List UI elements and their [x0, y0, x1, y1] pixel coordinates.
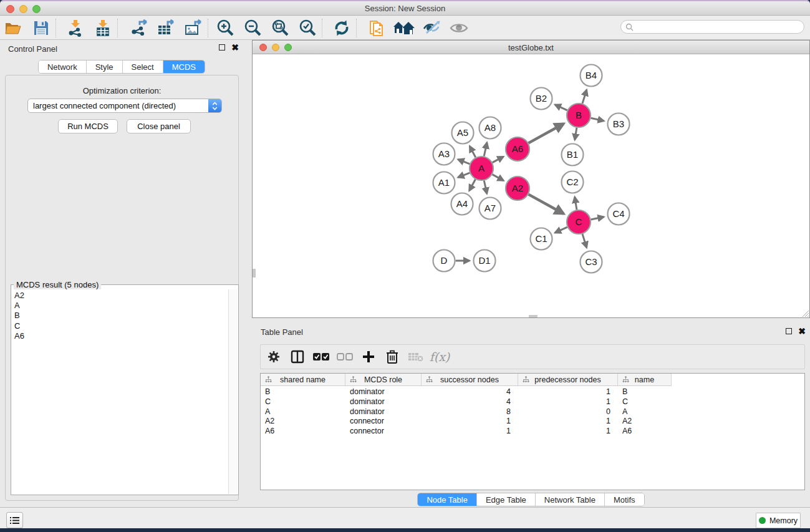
result-scrollbar[interactable]	[228, 289, 238, 494]
tab-node-table[interactable]: Node Table	[418, 493, 477, 506]
graph-node-A3[interactable]: A3	[433, 143, 455, 165]
graph-node-B[interactable]: B	[567, 104, 591, 127]
zoom-selected-button[interactable]	[294, 17, 321, 39]
memory-button[interactable]: Memory	[756, 513, 801, 528]
tab-network-table[interactable]: Network Table	[536, 493, 605, 506]
edge-C-C1[interactable]	[555, 227, 567, 233]
column-header-name[interactable]: name	[618, 374, 672, 386]
add-column-button[interactable]	[357, 346, 380, 367]
graph-node-A6[interactable]: A6	[506, 137, 529, 161]
edge-A-A4[interactable]	[470, 180, 476, 191]
export-network-button[interactable]	[125, 17, 152, 39]
window-titlebar[interactable]: Session: New Session	[0, 1, 810, 16]
settings-gear-button[interactable]	[262, 346, 286, 367]
edge-A2-C[interactable]	[529, 195, 564, 214]
graph-node-C3[interactable]: C3	[581, 251, 602, 273]
table-float-panel-icon[interactable]	[786, 328, 792, 334]
graph-node-A8[interactable]: A8	[480, 117, 501, 139]
graph-node-C[interactable]: C	[567, 210, 591, 234]
column-header-predecessor-nodes[interactable]: predecessor nodes	[518, 374, 618, 386]
zoom-fit-button[interactable]	[266, 17, 294, 39]
tab-select[interactable]: Select	[123, 60, 163, 73]
edge-B-B1[interactable]	[575, 128, 577, 140]
edge-A-A7[interactable]	[484, 181, 487, 194]
hide-details-button[interactable]	[418, 17, 445, 39]
select-all-button[interactable]	[309, 346, 333, 367]
criterion-dropdown[interactable]: largest connected component (directed)	[27, 99, 222, 113]
edge-C-C3[interactable]	[582, 234, 587, 248]
vertical-scroll-indicator[interactable]	[253, 269, 256, 278]
task-history-button[interactable]	[6, 512, 23, 528]
tab-motifs[interactable]: Motifs	[605, 493, 644, 506]
edge-B-B3[interactable]	[591, 118, 604, 121]
edge-A-A5[interactable]	[470, 146, 475, 157]
resize-grip-icon[interactable]	[801, 309, 809, 317]
export-table-button[interactable]	[152, 17, 180, 39]
edge-B-B4[interactable]	[582, 90, 587, 104]
column-header-MCDS-role[interactable]: MCDS role	[345, 374, 422, 386]
edge-C-C4[interactable]	[591, 217, 604, 220]
graph-node-D[interactable]: D	[433, 250, 455, 272]
graph-node-C1[interactable]: C1	[531, 228, 552, 250]
graph-node-D1[interactable]: D1	[474, 250, 496, 272]
tab-mcds[interactable]: MCDS	[163, 60, 205, 73]
refresh-button[interactable]	[328, 17, 355, 39]
result-item[interactable]: A2	[14, 291, 226, 301]
save-session-button[interactable]	[27, 17, 55, 39]
column-header-shared-name[interactable]: shared name	[261, 374, 345, 386]
graph-node-A[interactable]: A	[470, 157, 493, 180]
edge-A6-B[interactable]	[529, 123, 564, 143]
mcds-result-list[interactable]: A2ABCA6	[12, 289, 228, 494]
tab-network[interactable]: Network	[39, 60, 87, 73]
tab-edge-table[interactable]: Edge Table	[477, 493, 536, 506]
table-row[interactable]: Cdominator41C	[261, 397, 804, 407]
import-network-button[interactable]	[62, 17, 89, 39]
home-button[interactable]	[390, 17, 418, 39]
result-item[interactable]: C	[14, 321, 226, 331]
table-row[interactable]: A6connector11A6	[261, 427, 804, 437]
search-input[interactable]	[620, 20, 804, 34]
graph-node-A5[interactable]: A5	[452, 122, 474, 144]
import-table-button[interactable]	[89, 17, 117, 39]
open-file-button[interactable]	[0, 17, 27, 39]
delete-column-button[interactable]	[380, 346, 404, 367]
close-panel-icon[interactable]: ✖	[231, 44, 239, 51]
result-item[interactable]: A	[14, 301, 226, 311]
zoom-in-button[interactable]	[211, 17, 239, 39]
run-mcds-button[interactable]: Run MCDS	[58, 119, 118, 133]
graph-node-A2[interactable]: A2	[506, 177, 529, 200]
zoom-out-button[interactable]	[239, 17, 266, 39]
deselect-all-button[interactable]	[333, 346, 357, 367]
graph-node-B1[interactable]: B1	[562, 144, 584, 166]
export-image-button[interactable]	[180, 17, 207, 39]
table-close-panel-icon[interactable]: ✖	[798, 327, 806, 335]
graph-node-A4[interactable]: A4	[451, 193, 473, 215]
edge-A-A8[interactable]	[484, 143, 487, 157]
column-header-successor-nodes[interactable]: successor nodes	[422, 374, 518, 386]
graph-node-A7[interactable]: A7	[480, 198, 501, 220]
graph-node-C2[interactable]: C2	[562, 172, 584, 193]
close-panel-button[interactable]: Close panel	[127, 119, 191, 133]
edge-A-A6[interactable]	[493, 157, 504, 163]
graph-node-B4[interactable]: B4	[581, 65, 602, 87]
graph-node-A1[interactable]: A1	[433, 172, 455, 194]
graph-node-B3[interactable]: B3	[608, 114, 630, 135]
graph-node-C4[interactable]: C4	[608, 203, 630, 225]
edge-B-B2[interactable]	[555, 105, 567, 110]
table-row[interactable]: Adominator80A	[261, 407, 804, 417]
table-row[interactable]: Bdominator41B	[261, 387, 804, 397]
float-panel-icon[interactable]	[219, 44, 225, 51]
network-window-titlebar[interactable]: testGlobe.txt	[253, 41, 809, 54]
delete-table-button[interactable]	[404, 346, 428, 367]
network-canvas[interactable]: B4B2BB3A5A8A6A3B1AA1C2A2A4A7C4CC1DD1C3	[253, 55, 809, 317]
function-builder-button[interactable]: f(x)	[428, 346, 451, 367]
edge-C-C2[interactable]	[575, 197, 577, 210]
split-view-button[interactable]	[286, 346, 309, 367]
result-item[interactable]: B	[14, 311, 226, 321]
edge-A-A1[interactable]	[458, 173, 470, 177]
edge-A-A2[interactable]	[493, 175, 504, 181]
result-item[interactable]: A6	[14, 331, 226, 341]
tab-style[interactable]: Style	[87, 60, 123, 73]
table-row[interactable]: A2connector11A2	[261, 417, 804, 427]
edge-A-A3[interactable]	[458, 160, 470, 164]
